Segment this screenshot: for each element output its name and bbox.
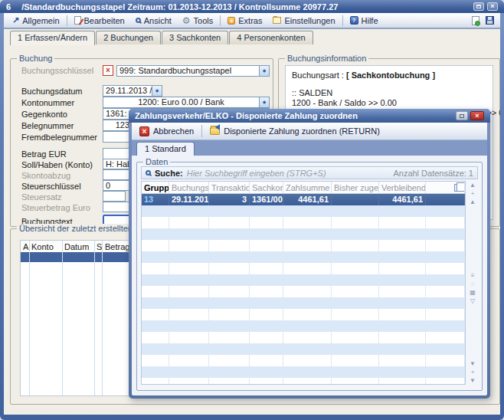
dialog-table-empty-row[interactable] xyxy=(142,332,465,343)
new-document-icon[interactable] xyxy=(472,16,479,25)
col-konto[interactable]: Konto xyxy=(31,242,54,251)
col-transaktion[interactable]: Transaktion xyxy=(209,182,250,193)
buchungsdatum-field[interactable]: 29.11.2013 /Fr◆ xyxy=(103,85,162,97)
buchungsart-line: Buchungsart : [ Sachkontobuchung ] xyxy=(292,71,486,80)
dialog-table-empty-row[interactable] xyxy=(142,240,465,251)
save-icon[interactable] xyxy=(486,16,494,25)
menu-ansicht[interactable]: Ansicht xyxy=(130,15,177,27)
row-remove-icon[interactable]: + xyxy=(471,368,475,376)
dialog-zahlungsverkehr: Zahlungsverkehr/ELKO - Disponierte Zahlu… xyxy=(129,109,490,399)
buchungsart-value: [ Sachkontobuchung ] xyxy=(346,71,435,80)
label-buchungsdatum: Buchungsdatum xyxy=(21,87,83,96)
dialog-restore-button[interactable] xyxy=(456,111,468,120)
buchungsschluessel-value: 999: Standardbuchungsstapel xyxy=(119,66,231,75)
belegnummer-value: 123 xyxy=(116,120,129,130)
col-gruppe[interactable]: Gruppe xyxy=(142,182,169,193)
menu-allgemein[interactable]: ↗ Allgemein xyxy=(7,14,65,27)
dialog-table-empty-row[interactable] xyxy=(142,378,465,385)
menu-extras[interactable]: ∗ Extras xyxy=(222,15,267,27)
menu-tools[interactable]: ⚙ Tools xyxy=(177,15,218,27)
combo-drop-icon[interactable]: ◆ xyxy=(259,97,269,107)
zuordnen-label: Disponierte Zahlung zuordnen (RETURN) xyxy=(224,126,380,136)
toolbar-separator xyxy=(201,125,202,137)
dialog-table-empty-row[interactable] xyxy=(142,355,465,366)
col-sachkonto[interactable]: Sachkonto xyxy=(250,182,283,193)
scroll-up-icon[interactable]: ▲ xyxy=(470,198,476,206)
dialog-tab-standard[interactable]: 1 Standard xyxy=(136,142,195,156)
dialog-table-empty-row[interactable] xyxy=(142,297,465,309)
tab-sachkonten[interactable]: 3 Sachkonten xyxy=(162,31,228,44)
menu-hilfe[interactable]: ? Hilfe xyxy=(345,15,384,27)
buchungsschluessel-combo[interactable]: 999: Standardbuchungsstapel◆ xyxy=(116,65,270,77)
menu-label: Hilfe xyxy=(362,16,378,25)
menu-einstellungen[interactable]: Einstellungen xyxy=(267,15,340,27)
edit-icon xyxy=(74,16,81,25)
ruler-icon[interactable]: ≡ xyxy=(471,271,475,280)
abbrechen-button[interactable]: × Abbrechen xyxy=(136,125,197,138)
clear-buchungsschluessel-button[interactable]: × xyxy=(103,65,113,76)
saldo-line-1200: 1200 - Bank / Saldo >> 0.00 xyxy=(292,98,486,107)
buchungsart-label: Buchungsart : xyxy=(292,71,346,80)
filter-icon[interactable]: ▽ xyxy=(470,297,475,305)
menu-separator xyxy=(342,15,343,26)
cancel-x-icon: × xyxy=(139,126,149,136)
combo-drop-icon[interactable]: ◆ xyxy=(259,66,269,76)
dialog-table-empty-row[interactable] xyxy=(142,286,465,297)
col-bisher-zugeordnet[interactable]: Bisher zugeordnet xyxy=(332,182,379,193)
scroll-bottom-icon[interactable]: ▼ xyxy=(470,376,476,385)
search-bar[interactable]: Suche: Hier Suchbegriff eingeben (STRG+S… xyxy=(141,166,478,179)
dialog-table-empty-row[interactable] xyxy=(142,320,465,332)
dialog-table-empty-row[interactable] xyxy=(142,228,465,240)
view-magnifier-icon xyxy=(136,18,141,23)
dialog-table-empty-row[interactable] xyxy=(142,274,465,286)
kontonummer-combo[interactable]: 1200: Euro 0.00 / Bank◆ xyxy=(103,97,270,108)
restore-button[interactable] xyxy=(473,2,484,11)
tab-buchungen[interactable]: 2 Buchungen xyxy=(96,31,161,44)
menu-separator xyxy=(220,15,221,26)
dialog-table-selected-row[interactable]: 13 29.11.2013 /Fr 3 1361/000 4461,61 446… xyxy=(142,194,465,205)
group-daten: Daten Suche: Hier Suchbegriff eingeben (… xyxy=(136,162,483,391)
gear-icon: ⚙ xyxy=(182,16,191,25)
settings-icon xyxy=(273,17,281,24)
close-button[interactable]: × xyxy=(487,2,498,11)
dialog-table-empty-row[interactable] xyxy=(142,251,465,263)
dialog-table-empty-row[interactable] xyxy=(142,263,465,274)
dialog-table-empty-row[interactable] xyxy=(142,366,465,378)
dialog-table-empty-row[interactable] xyxy=(142,205,465,217)
menubar: ↗ Allgemein Bearbeiten Ansicht ⚙ Tools xyxy=(4,13,500,29)
dialog-table-empty-row[interactable] xyxy=(142,217,465,228)
group-buchungsinformation-title: Buchungsinformation xyxy=(285,54,368,63)
column-picker-icon[interactable] xyxy=(454,184,462,192)
col-a[interactable]: A xyxy=(23,242,28,251)
col-datum[interactable]: Datum xyxy=(64,242,89,251)
search-input[interactable]: Hier Suchbegriff eingeben (STRG+S) xyxy=(187,169,390,178)
restore-icon xyxy=(460,114,464,118)
dialog-table-empty-row[interactable] xyxy=(142,309,465,320)
dialog-table-empty-row[interactable] xyxy=(142,343,465,355)
row-insert-icon[interactable]: + xyxy=(471,189,475,198)
scroll-down-icon[interactable]: ▼ xyxy=(470,359,476,368)
col-buchungsdatum[interactable]: Buchungsdatum xyxy=(169,182,209,193)
chart-icon[interactable]: ▦ xyxy=(470,288,476,297)
scroll-top-icon[interactable]: ▲ xyxy=(470,181,476,189)
tab-personenkonten[interactable]: 4 Personenkonten xyxy=(229,31,313,44)
menu-label: Allgemein xyxy=(22,16,59,25)
tab-erfassen-aendern[interactable]: 1 Erfassen/Ändern xyxy=(10,31,95,45)
extras-icon: ∗ xyxy=(227,17,235,25)
spinner-icon[interactable]: ◆ xyxy=(152,86,162,96)
col-verbleibend[interactable]: Verbleibend € xyxy=(379,182,426,193)
menu-separator xyxy=(67,15,67,26)
menu-bearbeiten[interactable]: Bearbeiten xyxy=(69,15,130,27)
col-zahlsumme[interactable]: Zahlsumme € xyxy=(283,182,332,193)
search-icon xyxy=(146,170,151,176)
steuerschluessel-field[interactable]: 0 xyxy=(103,180,130,191)
steuersatz-field[interactable] xyxy=(103,191,126,202)
zuordnen-button[interactable]: Disponierte Zahlung zuordnen (RETURN) xyxy=(207,125,383,137)
dialog-close-button[interactable]: × xyxy=(470,111,484,120)
magnifier-icon[interactable]: ◌ xyxy=(471,280,475,288)
cell-sachkonto: 1361/000 xyxy=(250,194,283,205)
dialog-title: Zahlungsverkehr/ELKO - Disponierte Zahlu… xyxy=(135,111,358,120)
column-divider xyxy=(102,241,103,395)
table-side-toolbar: ▲ + ▲ ≡ ◌ ▦ ▽ ▼ + ▼ xyxy=(466,181,479,385)
label-soll-haben: Soll/Haben (Konto) xyxy=(21,160,93,169)
